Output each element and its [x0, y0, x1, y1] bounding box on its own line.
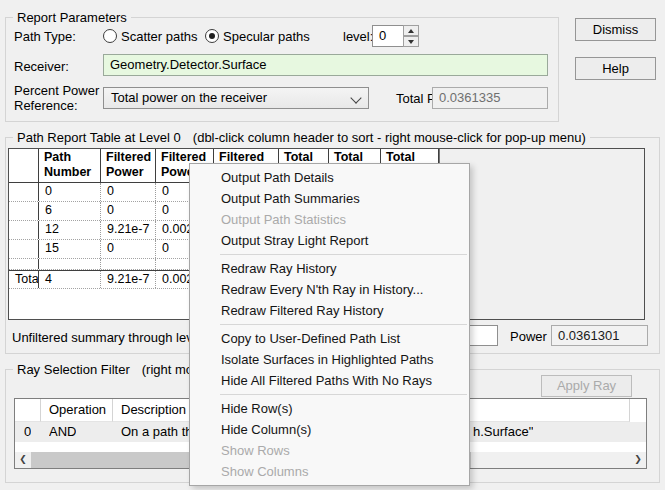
- menu-item-isolate-surfaces-in-highlighted-paths[interactable]: Isolate Surfaces in Highlighted Paths: [190, 349, 469, 370]
- menu-item-copy-to-user-defined-path-list[interactable]: Copy to User-Defined Path List: [190, 328, 469, 349]
- ray-filter-title: Ray Selection Filter: [17, 362, 130, 377]
- receiver-label: Receiver:: [14, 59, 69, 74]
- row-header-cell[interactable]: [9, 240, 39, 258]
- power-label: Power: [510, 329, 547, 344]
- total-pwr-value: 0.0361335: [432, 87, 548, 109]
- menu-item-redraw-filtered-ray-history[interactable]: Redraw Filtered Ray History: [190, 300, 469, 321]
- table-cell[interactable]: 6: [39, 202, 101, 220]
- table-cell[interactable]: 12: [39, 221, 101, 239]
- ray-filter-row-description-left: On a path tha: [121, 424, 200, 439]
- menu-separator: [220, 394, 467, 395]
- filter-corner-header[interactable]: [15, 399, 41, 422]
- radio-selected-dot-icon: [209, 33, 215, 39]
- filter-column-header[interactable]: Operation: [41, 399, 113, 422]
- table-cell[interactable]: 0: [101, 183, 156, 201]
- ray-filter-row-index: 0: [24, 424, 31, 439]
- dismiss-button[interactable]: Dismiss: [575, 18, 656, 41]
- level-label: level:: [343, 29, 373, 44]
- menu-item-redraw-ray-history[interactable]: Redraw Ray History: [190, 258, 469, 279]
- triangle-up-icon: [408, 29, 414, 33]
- dialog-report-parameters: { "colors": { "receiver_bg": "#e7f8e0", …: [0, 0, 665, 490]
- context-menu: Output Path DetailsOutput Path Summaries…: [189, 163, 470, 486]
- power-value: 0.0361301: [551, 325, 648, 346]
- row-header-cell[interactable]: Totals: [9, 271, 39, 288]
- radio-scatter-paths-label[interactable]: Scatter paths: [121, 29, 198, 44]
- table-cell[interactable]: [39, 259, 101, 269]
- row-header-cell[interactable]: [9, 202, 39, 220]
- menu-separator: [220, 324, 467, 325]
- table-cell[interactable]: [101, 259, 156, 269]
- triangle-down-icon: [408, 40, 414, 44]
- radio-specular-paths-label[interactable]: Specular paths: [223, 29, 310, 44]
- scroll-left-arrow-icon[interactable]: ❮: [15, 452, 31, 468]
- percent-power-reference-value: Total power on the receiver: [111, 90, 267, 105]
- level-spin-up-button[interactable]: [403, 25, 419, 36]
- menu-item-output-stray-light-report[interactable]: Output Stray Light Report: [190, 230, 469, 251]
- column-header[interactable]: Filtered Power: [101, 149, 156, 182]
- table-cell[interactable]: 0: [39, 183, 101, 201]
- path-table-corner-header[interactable]: [9, 149, 39, 182]
- table-cell[interactable]: 15: [39, 240, 101, 258]
- radio-scatter-paths[interactable]: [103, 29, 117, 43]
- help-button[interactable]: Help: [575, 57, 656, 80]
- path-type-label: Path Type:: [14, 29, 76, 44]
- column-header[interactable]: Path Number: [39, 149, 101, 182]
- menu-item-show-rows: Show Rows: [190, 440, 469, 461]
- menu-item-hide-row-s[interactable]: Hide Row(s): [190, 398, 469, 419]
- menu-item-redraw-every-n-th-ray-in-history[interactable]: Redraw Every N'th Ray in History...: [190, 279, 469, 300]
- table-cell[interactable]: 9.21e-7: [101, 271, 156, 288]
- path-report-hint: (dbl-click column header to sort - right…: [193, 130, 586, 145]
- radio-specular-paths[interactable]: [205, 29, 219, 43]
- table-cell[interactable]: 9.21e-7: [101, 221, 156, 239]
- apply-ray-filter-button: Apply Ray Filter: [541, 375, 632, 397]
- percent-power-label-line1: Percent Power: [14, 83, 99, 98]
- table-cell[interactable]: 0: [101, 202, 156, 220]
- row-header-cell[interactable]: [9, 183, 39, 201]
- menu-separator: [220, 254, 467, 255]
- receiver-input[interactable]: Geometry.Detector.Surface: [103, 54, 548, 76]
- level-spin-down-button[interactable]: [403, 36, 419, 47]
- menu-item-hide-all-filtered-paths-with-no-rays[interactable]: Hide All Filtered Paths With No Rays: [190, 370, 469, 391]
- table-cell[interactable]: 4: [39, 271, 101, 288]
- chevron-down-icon: [350, 92, 361, 103]
- percent-power-label-line2: Reference:: [14, 98, 78, 113]
- menu-item-hide-column-s[interactable]: Hide Column(s): [190, 419, 469, 440]
- table-cell[interactable]: 0: [101, 240, 156, 258]
- report-parameters-title: Report Parameters: [13, 10, 131, 25]
- ray-filter-row-operation: AND: [49, 424, 76, 439]
- path-report-caption: Path Report Table at Level 0(dbl-click c…: [13, 130, 590, 145]
- unfiltered-summary-label: Unfiltered summary through level 0: [12, 330, 214, 345]
- ray-filter-row-description-right: h.Surface": [473, 424, 533, 439]
- row-header-cell[interactable]: [9, 221, 39, 239]
- menu-item-show-columns: Show Columns: [190, 461, 469, 482]
- path-report-title: Path Report Table at Level 0: [17, 130, 181, 145]
- menu-item-output-path-summaries[interactable]: Output Path Summaries: [190, 188, 469, 209]
- scroll-right-arrow-icon[interactable]: ❯: [630, 452, 646, 468]
- percent-power-reference-select[interactable]: Total power on the receiver: [103, 87, 369, 109]
- row-header-cell[interactable]: [9, 259, 39, 269]
- menu-item-output-path-statistics: Output Path Statistics: [190, 209, 469, 230]
- menu-item-output-path-details[interactable]: Output Path Details: [190, 167, 469, 188]
